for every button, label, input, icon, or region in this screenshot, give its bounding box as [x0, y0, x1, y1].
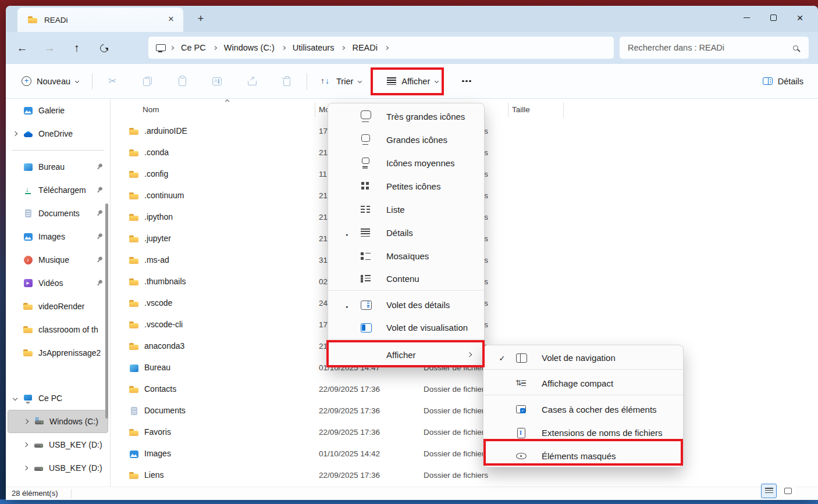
folder-icon — [129, 299, 138, 308]
file-modified-date: 22/09/2025 17:36 — [319, 385, 380, 394]
file-row[interactable]: Liens 22/09/2025 17:36 Dossier de fichie… — [111, 465, 818, 487]
file-row[interactable]: Contacts 22/09/2025 17:36 Dossier de fic… — [111, 379, 818, 401]
column-header-name[interactable]: Nom — [143, 105, 159, 114]
images-icon — [129, 449, 138, 459]
submenu-item[interactable]: Cases à cocher des éléments — [483, 398, 683, 421]
new-tab-button[interactable]: + — [193, 12, 208, 27]
menu-item[interactable]: Contenu — [328, 267, 484, 291]
file-name: anaconda3 — [144, 341, 184, 351]
up-button[interactable]: ↑ — [66, 38, 88, 59]
sidebar-item[interactable]: videoRender — [8, 295, 108, 318]
documents-icon — [23, 209, 33, 218]
search-input[interactable] — [628, 43, 793, 52]
submenu-item[interactable]: Affichage compact — [483, 372, 683, 395]
breadcrumb-item[interactable]: READi — [350, 43, 380, 52]
menu-item[interactable]: Afficher — [328, 342, 484, 367]
sidebar-item-label: Ce PC — [38, 394, 62, 403]
breadcrumb-chevron-icon — [170, 45, 174, 49]
expand-chevron-icon[interactable] — [24, 419, 29, 424]
submenu-item[interactable]: Extensions de noms de fichiers — [483, 421, 683, 444]
submenu-item[interactable]: Volet de navigation — [483, 346, 683, 370]
menu-item[interactable]: Volet de visualisation — [328, 316, 484, 339]
icons-view-toggle[interactable] — [780, 484, 796, 498]
pin-icon — [95, 185, 104, 195]
expand-chevron-icon[interactable] — [13, 396, 17, 401]
sidebar-item[interactable]: USB_KEY (D:) — [8, 456, 108, 480]
menu-item[interactable]: Liste — [328, 198, 484, 221]
more-options-button[interactable] — [454, 70, 479, 93]
file-modified-date: 21 — [319, 234, 328, 243]
window-controls: × — [733, 6, 813, 29]
sidebar-item[interactable]: Vidéos — [8, 271, 108, 295]
sidebar-item[interactable]: Ce PC — [8, 387, 108, 410]
sidebar-item[interactable]: Windows (C:) — [8, 410, 108, 433]
details-pane-button[interactable]: Détails — [756, 70, 810, 93]
breadcrumb-chevron-icon — [213, 45, 217, 49]
share-icon — [248, 77, 257, 85]
breadcrumb-item[interactable]: Ce PC — [179, 43, 208, 52]
details-view-toggle[interactable] — [761, 484, 777, 498]
rename-button[interactable] — [204, 70, 230, 93]
file-name: .conda — [144, 148, 169, 157]
folder-icon — [28, 15, 37, 24]
breadcrumb-item[interactable]: Windows (C:) — [222, 43, 277, 52]
view-button[interactable]: Afficher — [380, 70, 444, 93]
column-divider[interactable] — [508, 102, 508, 117]
file-row[interactable]: Documents 22/09/2025 17:36 Dossier de fi… — [111, 401, 818, 422]
sidebar-item[interactable]: Téléchargem — [8, 178, 108, 202]
navigation-bar: ← → ↑ Ce PC Windows (C:) — [6, 32, 818, 64]
sort-button[interactable]: Trier — [314, 70, 368, 93]
expand-chevron-icon[interactable] — [23, 466, 28, 470]
search-box[interactable] — [620, 37, 809, 59]
sidebar-item[interactable]: USB_KEY (D:) — [8, 433, 108, 456]
breadcrumb[interactable]: Ce PC Windows (C:) Utilisateurs — [148, 37, 614, 59]
breadcrumb-item[interactable]: Utilisateurs — [290, 43, 337, 52]
back-button[interactable]: ← — [11, 38, 33, 59]
sidebar-item[interactable]: OneDrive — [8, 122, 108, 145]
menu-item[interactable]: Très grandes icônes — [328, 105, 484, 128]
forward-button[interactable]: → — [38, 38, 61, 59]
file-modified-date: 21 — [319, 148, 328, 157]
menu-item[interactable]: Petites icônes — [328, 174, 484, 198]
minimize-button[interactable] — [733, 7, 760, 28]
sidebar-item[interactable]: Documents — [8, 202, 108, 225]
column-divider[interactable] — [563, 102, 564, 117]
submenu-item[interactable]: Éléments masqués — [483, 444, 683, 467]
tab-close-icon[interactable]: × — [165, 13, 177, 26]
sidebar-item[interactable]: Galerie — [8, 99, 108, 122]
menu-item[interactable]: Volet des détails — [328, 293, 484, 316]
minimize-icon — [744, 17, 750, 18]
menu-item[interactable]: Détails — [328, 221, 484, 244]
delete-button[interactable] — [274, 70, 300, 93]
file-row[interactable]: Favoris 22/09/2025 17:36 Dossier de fich… — [111, 422, 818, 444]
cut-button[interactable]: ✂ — [99, 70, 125, 93]
sidebar-item-label: Bureau — [38, 162, 65, 171]
expand-chevron-icon[interactable] — [13, 131, 17, 136]
breadcrumb-chevron-icon — [385, 45, 389, 49]
sidebar-item[interactable]: classrooom of th — [8, 318, 108, 341]
file-row[interactable]: Images 01/10/2025 14:42 Dossier de fichi… — [111, 444, 818, 465]
this-pc-icon[interactable] — [155, 44, 165, 52]
share-button[interactable] — [239, 70, 265, 93]
search-icon[interactable] — [793, 45, 798, 51]
paste-button[interactable] — [169, 70, 195, 93]
new-button[interactable]: Nouveau — [15, 70, 85, 93]
sidebar-scrollbar[interactable] — [105, 203, 108, 419]
sidebar-item[interactable]: Bureau — [8, 155, 108, 178]
explorer-tab[interactable]: READi × — [17, 8, 183, 32]
refresh-button[interactable] — [93, 38, 115, 59]
column-header-size[interactable]: Taille — [512, 105, 530, 114]
menu-item[interactable]: Mosaïques — [328, 244, 484, 267]
sidebar-item-label: Téléchargem — [38, 185, 86, 195]
menu-item[interactable]: Icônes moyennes — [328, 151, 484, 174]
sidebar-item[interactable]: Images — [8, 225, 108, 248]
expand-chevron-icon[interactable] — [23, 442, 28, 447]
close-button[interactable]: × — [787, 7, 813, 28]
menu-item[interactable]: Grandes icônes — [328, 128, 484, 151]
sidebar-item[interactable]: JsApprenissage2 — [8, 341, 108, 364]
copy-button[interactable] — [134, 70, 160, 93]
maximize-button[interactable] — [760, 7, 787, 28]
column-divider[interactable] — [315, 102, 315, 117]
icons-view-icon — [784, 488, 792, 494]
sidebar-item[interactable]: Musique — [8, 248, 108, 271]
